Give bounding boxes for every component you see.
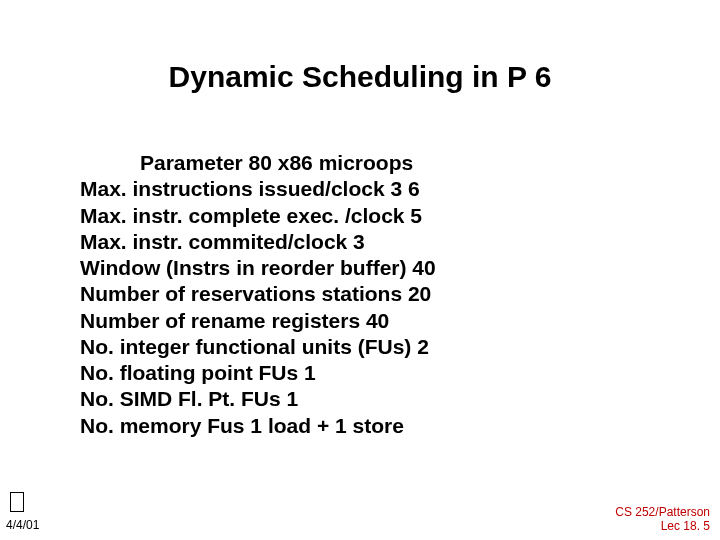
slide-content: Parameter 80 x86 microops Max. instructi… <box>80 150 640 439</box>
param-header: Parameter 80 x86 microops <box>80 150 640 176</box>
param-row: Max. instr. commited/clock 3 <box>80 229 640 255</box>
footer-lecture: Lec 18. 5 <box>615 520 710 534</box>
param-row: Max. instr. complete exec. /clock 5 <box>80 203 640 229</box>
date-marker-icon <box>10 492 24 512</box>
param-row: No. memory Fus 1 load + 1 store <box>80 413 640 439</box>
slide-title: Dynamic Scheduling in P 6 <box>0 60 720 94</box>
param-row: Number of reservations stations 20 <box>80 281 640 307</box>
slide-date: 4/4/01 <box>6 518 39 532</box>
param-row: Number of rename registers 40 <box>80 308 640 334</box>
slide-footer: CS 252/Patterson Lec 18. 5 <box>615 506 710 534</box>
footer-course: CS 252/Patterson <box>615 506 710 520</box>
param-row: Max. instructions issued/clock 3 6 <box>80 176 640 202</box>
param-row: No. floating point FUs 1 <box>80 360 640 386</box>
param-row: No. SIMD Fl. Pt. FUs 1 <box>80 386 640 412</box>
param-row: No. integer functional units (FUs) 2 <box>80 334 640 360</box>
param-row: Window (Instrs in reorder buffer) 40 <box>80 255 640 281</box>
